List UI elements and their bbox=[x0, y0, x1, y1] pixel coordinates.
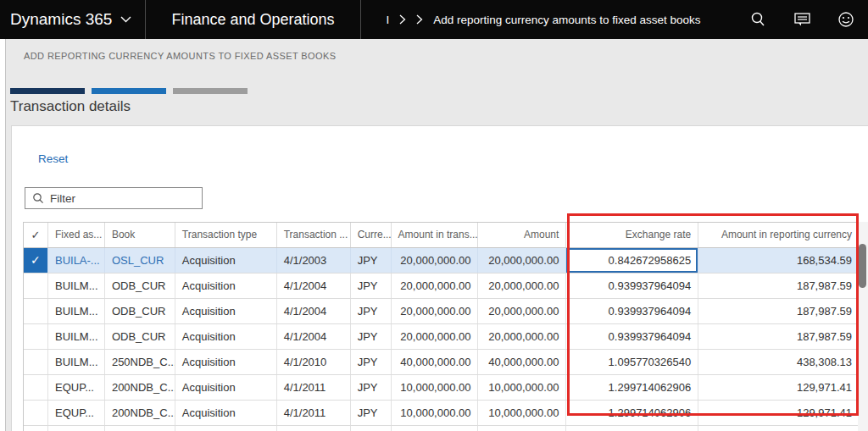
cell-transaction_date[interactable]: 4/1/2004 bbox=[277, 324, 351, 349]
cell-transaction_type[interactable]: Acquisition bbox=[175, 350, 277, 374]
cell-currency[interactable]: JPY bbox=[351, 274, 392, 298]
cell-transaction_type[interactable]: Acquisition bbox=[175, 401, 277, 425]
cell-transaction_type[interactable]: Acquisition bbox=[175, 248, 277, 273]
column-header-exchange_rate[interactable]: Exchange rate bbox=[566, 223, 698, 247]
cell-exchange_rate[interactable]: 0.939937964094 bbox=[566, 274, 698, 298]
column-header-fixed_asset[interactable]: Fixed as... bbox=[48, 223, 105, 247]
table-row[interactable]: ✓BUILA-...OSL_CURAcquisition4/1/2003JPY2… bbox=[24, 248, 859, 274]
cell-currency[interactable]: JPY bbox=[351, 324, 392, 349]
row-checkbox[interactable] bbox=[24, 274, 48, 298]
cell-amount_in_trans[interactable]: 10,000,000.00 bbox=[392, 401, 479, 425]
table-row[interactable]: BUILM...ODB_CURAcquisition4/1/2004JPY20,… bbox=[24, 299, 859, 324]
cell-book[interactable]: ODB_CUR bbox=[105, 274, 175, 298]
cell-book[interactable]: 200NDB_C... bbox=[105, 375, 175, 400]
filter-input[interactable] bbox=[50, 192, 186, 205]
cell-book[interactable]: ODB_CUR bbox=[105, 324, 175, 349]
feedback-message-icon[interactable] bbox=[780, 0, 824, 39]
cell-amount_in_trans[interactable]: 20,000,000.00 bbox=[392, 324, 479, 349]
column-header-sel[interactable]: ✓ bbox=[24, 223, 48, 247]
breadcrumb-root[interactable]: I bbox=[387, 14, 390, 26]
app-switcher[interactable]: Dynamics 365 bbox=[0, 0, 146, 39]
cell-fixed_asset[interactable]: BUILM... bbox=[48, 274, 105, 298]
cell-currency[interactable]: JPY bbox=[351, 350, 392, 374]
row-checkbox[interactable] bbox=[24, 401, 48, 425]
table-row[interactable]: BUILM...ODB_CURAcquisition4/1/2004JPY20,… bbox=[24, 274, 859, 299]
cell-transaction_type[interactable]: Acquisition bbox=[175, 299, 277, 323]
filter-field[interactable] bbox=[25, 187, 203, 209]
cell-transaction_date[interactable]: 4/1/2004 bbox=[277, 299, 351, 323]
cell-amount_in_trans[interactable]: 40,000,000.00 bbox=[392, 350, 479, 374]
cell-currency[interactable]: JPY bbox=[351, 375, 392, 400]
cell-amount_reporting[interactable]: 187,987.59 bbox=[698, 324, 859, 349]
cell-amount_in_trans[interactable]: 20,000,000.00 bbox=[392, 248, 479, 273]
cell-fixed_asset[interactable]: BUILM... bbox=[48, 324, 105, 349]
cell-fixed_asset[interactable]: EQUP... bbox=[48, 375, 105, 400]
cell-fixed_asset[interactable]: BUILM... bbox=[48, 299, 105, 323]
cell-amount_in_trans[interactable]: 20,000,000.00 bbox=[392, 274, 479, 298]
row-checkbox[interactable] bbox=[24, 324, 48, 349]
cell-transaction_date[interactable]: 4/1/2011 bbox=[277, 401, 351, 425]
smiley-icon[interactable] bbox=[824, 0, 868, 39]
scrollbar-thumb[interactable] bbox=[859, 244, 866, 288]
cell-amount_reporting[interactable]: 187,987.59 bbox=[698, 299, 859, 323]
cell-fixed_asset[interactable]: BUILA-... bbox=[48, 248, 105, 273]
cell-currency[interactable]: JPY bbox=[351, 299, 392, 323]
column-header-book[interactable]: Book bbox=[105, 223, 175, 247]
cell-amount[interactable]: 20,000,000.00 bbox=[478, 299, 566, 323]
cell-exchange_rate[interactable]: 0.939937964094 bbox=[566, 299, 698, 323]
row-checkbox[interactable] bbox=[24, 350, 48, 374]
cell-transaction_type[interactable]: Acquisition bbox=[175, 274, 277, 298]
cell-transaction_type[interactable]: Acquisition bbox=[175, 324, 277, 349]
table-row[interactable]: EQUP...200NDB_C...Acquisition4/1/2011JPY… bbox=[24, 401, 859, 426]
cell-transaction_date[interactable]: 4/1/2010 bbox=[277, 350, 351, 374]
cell-amount_reporting[interactable]: 187,987.59 bbox=[698, 274, 859, 298]
row-checkbox[interactable] bbox=[24, 375, 48, 400]
cell-transaction_date[interactable]: 4/1/2003 bbox=[277, 248, 351, 273]
breadcrumb-page-title[interactable]: Add reporting currency amounts to fixed … bbox=[433, 14, 700, 26]
cell-amount[interactable]: 20,000,000.00 bbox=[478, 274, 566, 298]
cell-fixed_asset[interactable]: BUILM... bbox=[48, 350, 105, 374]
table-row[interactable]: BUILM...250NDB_C...Acquisition4/1/2010JP… bbox=[24, 350, 859, 375]
search-icon[interactable] bbox=[736, 0, 780, 39]
cell-book[interactable]: OSL_CUR bbox=[105, 248, 175, 273]
column-header-amount_in_trans[interactable]: Amount in trans... bbox=[392, 223, 479, 247]
cell-transaction_date[interactable]: 4/1/2004 bbox=[277, 274, 351, 298]
cell-currency[interactable]: JPY bbox=[351, 401, 392, 425]
column-header-transaction_type[interactable]: Transaction type bbox=[175, 223, 277, 247]
cell-amount_reporting[interactable]: 168,534.59 bbox=[698, 248, 859, 273]
cell-amount[interactable]: 20,000,000.00 bbox=[478, 248, 566, 273]
cell-currency[interactable]: JPY bbox=[351, 248, 392, 273]
reset-button[interactable]: Reset bbox=[38, 152, 68, 165]
cell-fixed_asset[interactable]: EQUP... bbox=[48, 401, 105, 425]
cell-exchange_rate[interactable]: 1.299714062906 bbox=[566, 375, 698, 400]
cell-transaction_type[interactable]: Acquisition bbox=[175, 375, 277, 400]
cell-amount_reporting[interactable]: 129,971.41 bbox=[698, 375, 859, 400]
cell-amount[interactable]: 10,000,000.00 bbox=[478, 375, 566, 400]
cell-amount[interactable]: 40,000,000.00 bbox=[478, 350, 566, 374]
cell-amount[interactable]: 20,000,000.00 bbox=[478, 324, 566, 349]
row-checkbox[interactable] bbox=[24, 299, 48, 323]
cell-exchange_rate[interactable]: 1.299714062906 bbox=[566, 401, 698, 425]
column-header-currency[interactable]: Curre... bbox=[351, 223, 392, 247]
cell-exchange_rate[interactable]: 0.939937964094 bbox=[566, 324, 698, 349]
cell-amount[interactable]: 10,000,000.00 bbox=[478, 401, 566, 425]
module-title[interactable]: Finance and Operations bbox=[146, 0, 360, 39]
column-header-amount_reporting[interactable]: Amount in reporting currency bbox=[698, 223, 859, 247]
cell-amount_in_trans[interactable]: 10,000,000.00 bbox=[392, 375, 479, 400]
cell-amount_reporting[interactable]: 438,308.13 bbox=[698, 350, 859, 374]
cell-exchange_rate[interactable]: 0.842672958625 bbox=[566, 248, 698, 273]
cell-amount_in_trans[interactable]: 20,000,000.00 bbox=[392, 299, 479, 323]
cell-exchange_rate[interactable]: 1.095770326540 bbox=[566, 350, 698, 374]
table-row[interactable]: BUILM...ODB_CURAcquisition4/1/2004JPY20,… bbox=[24, 324, 859, 350]
column-header-transaction_date[interactable]: Transaction ... bbox=[277, 223, 351, 247]
column-header-amount[interactable]: Amount bbox=[478, 223, 566, 247]
cell-amount_reporting[interactable]: 129,971.41 bbox=[698, 401, 859, 425]
cell-book[interactable]: 200NDB_C... bbox=[105, 401, 175, 425]
table-row-empty bbox=[24, 426, 859, 431]
cell-book[interactable]: ODB_CUR bbox=[105, 299, 175, 323]
cell-transaction_date[interactable]: 4/1/2011 bbox=[277, 375, 351, 400]
table-row[interactable]: EQUP...200NDB_C...Acquisition4/1/2011JPY… bbox=[24, 375, 859, 401]
cell-book[interactable]: 250NDB_C... bbox=[105, 350, 175, 374]
row-checkbox[interactable]: ✓ bbox=[24, 248, 48, 273]
vertical-scrollbar[interactable] bbox=[858, 222, 868, 431]
